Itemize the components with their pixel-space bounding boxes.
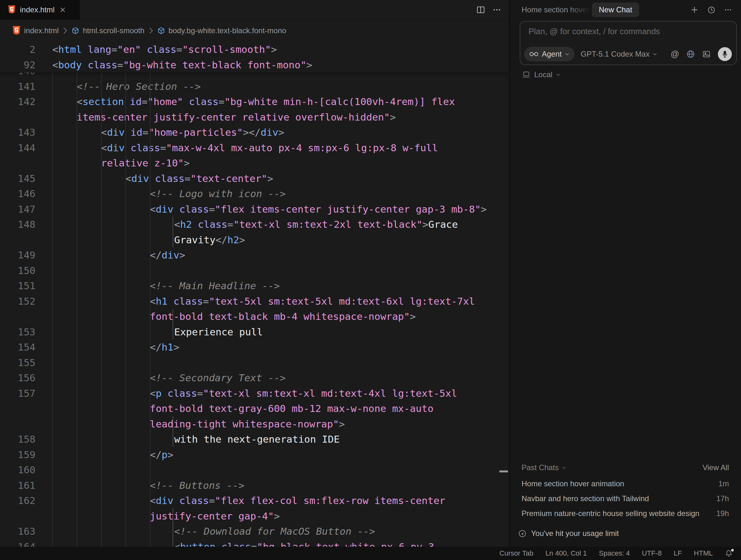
chat-input-box[interactable]: Plan, @ for context, / for commands Agen…: [520, 21, 737, 65]
code-text[interactable]: <!-- Download for MacOS Button -->: [174, 524, 375, 539]
chat-tab-previous[interactable]: Home section hover animation: [522, 5, 591, 14]
line-number[interactable]: 156: [0, 370, 36, 386]
code-text[interactable]: <h1 class="text-5xl sm:text-5xl md:text-…: [150, 294, 475, 309]
line-number[interactable]: 154: [0, 339, 36, 355]
line-number[interactable]: 155: [0, 355, 36, 371]
indent-guide: [101, 72, 102, 547]
line-number[interactable]: 157: [0, 386, 36, 401]
code-text[interactable]: <div class="flex items-center justify-ce…: [150, 202, 487, 217]
code-text[interactable]: <!-- Main Headline -->: [150, 278, 280, 294]
code-text[interactable]: <button class="bg-black text-white px-6 …: [174, 539, 434, 547]
code-text[interactable]: <html lang="en" class="scroll-smooth">: [52, 42, 277, 57]
environment-picker[interactable]: Local: [522, 70, 560, 79]
chat-history-icon[interactable]: [707, 6, 716, 14]
code-text[interactable]: <!-- Logo with icon -->: [150, 186, 286, 202]
line-number[interactable]: 92: [0, 57, 36, 73]
code-text[interactable]: leading-tight whitespace-nowrap">: [150, 416, 345, 432]
status-item-html[interactable]: HTML: [694, 549, 713, 557]
line-number[interactable]: 144: [0, 140, 36, 156]
line-number[interactable]: 161: [0, 478, 36, 493]
code-text[interactable]: <!-- Hero Section -->: [77, 79, 201, 94]
line-number[interactable]: 141: [0, 79, 36, 94]
code-text[interactable]: </div>: [150, 247, 185, 263]
past-chats-toggle[interactable]: Past Chats: [522, 463, 566, 472]
line-number[interactable]: 151: [0, 278, 36, 294]
agent-mode-picker[interactable]: Agent: [524, 47, 575, 61]
breadcrumb-label: index.html: [24, 26, 59, 35]
chat-tab-new-chat[interactable]: New Chat: [592, 3, 639, 17]
code-text[interactable]: with the next-generation IDE: [174, 431, 340, 447]
code-line[interactable]: 2<html lang="en" class="scroll-smooth">: [0, 42, 509, 57]
code-text[interactable]: <div class="text-center">: [125, 171, 273, 186]
web-globe-icon[interactable]: [686, 50, 695, 59]
line-number[interactable]: 163: [0, 524, 36, 539]
status-item-ln-400-col-1[interactable]: Ln 400, Col 1: [545, 549, 587, 557]
code-text[interactable]: justify-center gap-4">: [150, 508, 280, 524]
active-indent-guide: [173, 508, 173, 547]
status-item-lf[interactable]: LF: [674, 549, 682, 557]
code-text[interactable]: Experience pull: [174, 324, 263, 340]
chat-panel-header: Home section hover animation New Chat: [510, 0, 741, 20]
status-item-utf-8[interactable]: UTF-8: [642, 549, 662, 557]
status-item-cursor-tab[interactable]: Cursor Tab: [499, 549, 533, 557]
line-number[interactable]: 149: [0, 247, 36, 263]
line-number[interactable]: 143: [0, 125, 36, 140]
code-text[interactable]: <div class="flex flex-col sm:flex-row it…: [150, 493, 445, 508]
breadcrumb-item[interactable]: body.bg-white.text-black.font-mono: [157, 26, 286, 35]
code-text[interactable]: <div id="home-particles"></div>: [101, 125, 284, 140]
status-item-spaces-4[interactable]: Spaces: 4: [599, 549, 630, 557]
line-number[interactable]: 145: [0, 171, 36, 186]
line-number[interactable]: 152: [0, 294, 36, 309]
line-number[interactable]: 146: [0, 186, 36, 202]
past-chat-item[interactable]: Navbar and hero section with Tailwind 17…: [522, 491, 729, 506]
model-picker[interactable]: GPT-5.1 Codex Max: [581, 50, 657, 59]
code-text[interactable]: <!-- Buttons -->: [150, 478, 245, 493]
chevron-down-icon: [562, 466, 566, 469]
tab-index-html[interactable]: index.html: [0, 0, 79, 20]
mention-context-icon[interactable]: @: [671, 49, 679, 59]
code-text[interactable]: <p class="text-xl sm:text-xl md:text-4xl…: [150, 386, 457, 401]
code-text[interactable]: </p>: [150, 447, 174, 463]
breadcrumb-item[interactable]: index.html: [12, 26, 59, 35]
line-number[interactable]: 150: [0, 263, 36, 278]
html5-icon: [8, 5, 16, 14]
past-chat-item[interactable]: Premium nature-centric house selling web…: [522, 506, 729, 521]
close-tab-icon[interactable]: [59, 6, 66, 13]
code-line[interactable]: 92<body class="bg-white text-black font-…: [0, 57, 509, 73]
code-editor[interactable]: 140141<!-- Hero Section -->142<section i…: [0, 0, 509, 547]
line-number[interactable]: 142: [0, 94, 36, 109]
code-text[interactable]: <section id="home" class="bg-white min-h…: [77, 94, 455, 109]
environment-label: Local: [534, 70, 552, 79]
line-number[interactable]: 147: [0, 202, 36, 217]
line-number[interactable]: 159: [0, 447, 36, 463]
attach-image-icon[interactable]: [702, 50, 711, 59]
code-text[interactable]: </h1>: [150, 339, 179, 355]
voice-mic-icon[interactable]: [718, 47, 732, 61]
line-number[interactable]: 164: [0, 539, 36, 547]
breadcrumb-item[interactable]: html.scroll-smooth: [71, 26, 144, 35]
notifications-bell-icon[interactable]: [725, 550, 733, 557]
chat-more-icon[interactable]: [724, 6, 732, 14]
more-actions-icon[interactable]: [492, 5, 501, 14]
code-text[interactable]: relative z-10">: [101, 155, 190, 171]
line-number[interactable]: 158: [0, 431, 36, 447]
new-chat-plus-icon[interactable]: [690, 5, 699, 14]
active-indent-guide: [173, 217, 173, 247]
line-number[interactable]: 153: [0, 324, 36, 340]
line-number[interactable]: 162: [0, 493, 36, 508]
code-text[interactable]: font-bold text-gray-600 mb-12 max-w-none…: [150, 401, 433, 416]
code-text[interactable]: Gravity</h2>: [174, 232, 245, 248]
code-text[interactable]: <!-- Secondary Text -->: [150, 370, 286, 386]
split-editor-icon[interactable]: [476, 5, 485, 14]
code-text[interactable]: <body class="bg-white text-black font-mo…: [52, 57, 312, 73]
code-text[interactable]: <div class="max-w-4xl mx-auto px-4 sm:px…: [101, 140, 438, 156]
line-number[interactable]: 2: [0, 42, 36, 57]
view-all-link[interactable]: View All: [702, 463, 729, 472]
past-chat-item[interactable]: Home section hover animation 1m: [522, 476, 729, 491]
code-text[interactable]: font-bold text-black mb-4 whitespace-now…: [150, 309, 416, 324]
line-number[interactable]: 148: [0, 217, 36, 232]
code-text[interactable]: <h2 class="text-xl sm:text-2xl text-blac…: [174, 217, 458, 232]
code-text[interactable]: items-center justify-center relative ove…: [77, 109, 396, 125]
line-number[interactable]: 160: [0, 462, 36, 478]
sticky-scroll[interactable]: 2<html lang="en" class="scroll-smooth">9…: [0, 42, 509, 72]
